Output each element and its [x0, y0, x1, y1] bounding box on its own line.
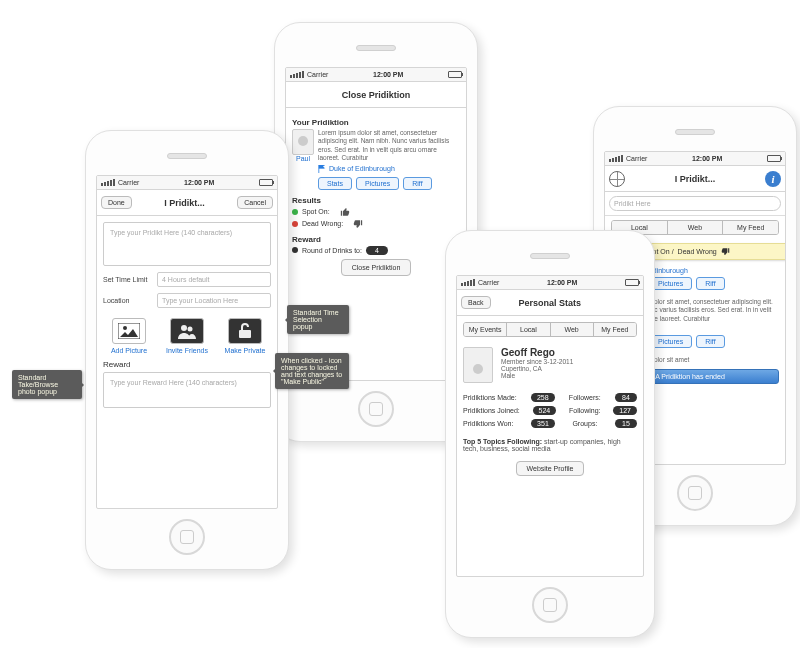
note-wrong-label: Dead Wrong	[678, 248, 717, 255]
clock-label: 12:00 PM	[328, 71, 448, 78]
stat-followers-label: Followers:	[569, 394, 601, 401]
clock-label: 12:00 PM	[499, 279, 625, 286]
status-bar: Carrier 12:00 PM	[97, 176, 277, 190]
add-picture-button[interactable]: Add Picture	[103, 318, 155, 354]
reward-dot-icon	[292, 247, 298, 253]
reward-textarea[interactable]: Type your Reward Here (140 characters)	[103, 372, 271, 408]
home-button[interactable]	[677, 475, 713, 511]
pridiktion-text: Lorem ipsum dolor sit amet, consectetuer…	[318, 129, 460, 163]
profile-location: Cupertino, CA	[501, 365, 573, 372]
invite-friends-label: Invite Friends	[166, 347, 208, 354]
battery-icon	[259, 179, 273, 186]
search-input[interactable]: Pridikt Here	[609, 196, 781, 211]
svg-point-2	[181, 325, 187, 331]
reward-count-badge: 4	[366, 246, 388, 255]
tab-my-feed[interactable]: My Feed	[723, 221, 778, 234]
callout-photo: Standard Take/Browse photo popup	[12, 370, 82, 399]
stat-following-value: 127	[613, 406, 637, 415]
riff-button[interactable]: Riff	[696, 277, 724, 290]
duke-link[interactable]: Duke of Edinburough	[329, 165, 395, 172]
globe-icon[interactable]	[609, 171, 625, 187]
thumbs-down-icon[interactable]	[353, 219, 363, 229]
pictures-button[interactable]: Pictures	[649, 277, 692, 290]
location-label: Location	[103, 297, 153, 304]
pictures-button[interactable]: Pictures	[649, 335, 692, 348]
page-title: I Pridikt...	[132, 198, 237, 208]
page-title: I Pridikt...	[625, 174, 765, 184]
reward-label: Reward	[103, 360, 271, 369]
stat-made-label: Pridiktions Made:	[463, 394, 517, 401]
stat-won-label: Pridiktions Won:	[463, 420, 513, 427]
home-button[interactable]	[358, 391, 394, 427]
tab-my-events[interactable]: My Events	[464, 323, 507, 336]
home-button[interactable]	[532, 587, 568, 623]
profile-name: Geoff Rego	[501, 347, 573, 358]
stat-joined-value: 524	[533, 406, 557, 415]
carrier-label: Carrier	[118, 179, 139, 186]
friends-icon	[170, 318, 204, 344]
section-reward: Reward	[292, 235, 460, 244]
make-private-button[interactable]: Make Private	[219, 318, 271, 354]
stat-followers-value: 84	[615, 393, 637, 402]
carrier-label: Carrier	[307, 71, 328, 78]
svg-point-3	[188, 327, 193, 332]
riff-button[interactable]: Riff	[696, 335, 724, 348]
battery-icon	[625, 279, 639, 286]
status-bar: Carrier 12:00 PM	[286, 68, 466, 82]
battery-icon	[767, 155, 781, 162]
spot-on-label: Spot On:	[302, 208, 330, 215]
time-limit-label: Set Time Limit	[103, 276, 153, 283]
thumbs-down-icon	[721, 247, 730, 256]
carrier-label: Carrier	[478, 279, 499, 286]
thumbs-up-icon[interactable]	[340, 207, 350, 217]
status-bar: Carrier 12:00 PM	[605, 152, 785, 166]
add-picture-label: Add Picture	[111, 347, 147, 354]
picture-icon	[112, 318, 146, 344]
tab-local[interactable]: Local	[507, 323, 550, 336]
page-title: Personal Stats	[491, 298, 609, 308]
stat-following-label: Following:	[569, 407, 601, 414]
user-name-link[interactable]: Paul	[296, 155, 310, 162]
make-private-label: Make Private	[225, 347, 266, 354]
svg-point-1	[123, 326, 127, 330]
website-profile-button[interactable]: Website Profile	[516, 461, 585, 476]
invite-friends-button[interactable]: Invite Friends	[161, 318, 213, 354]
callout-private: When clicked - icon changes to locked an…	[275, 353, 349, 389]
back-button[interactable]: Back	[461, 296, 491, 309]
stats-button[interactable]: Stats	[318, 177, 352, 190]
riff-button[interactable]: Riff	[403, 177, 431, 190]
stats-tabs[interactable]: My Events Local Web My Feed	[463, 322, 637, 337]
carrier-label: Carrier	[626, 155, 647, 162]
tab-web[interactable]: Web	[551, 323, 594, 336]
time-limit-input[interactable]: 4 Hours default	[157, 272, 271, 287]
callout-time: Standard Time Selection popup	[287, 305, 349, 334]
stat-made-value: 258	[531, 393, 555, 402]
stat-won-value: 351	[531, 419, 555, 428]
dead-wrong-dot-icon	[292, 221, 298, 227]
clock-label: 12:00 PM	[139, 179, 259, 186]
spot-on-dot-icon	[292, 209, 298, 215]
dead-wrong-label: Dead Wrong:	[302, 220, 343, 227]
section-results: Results	[292, 196, 460, 205]
pictures-button[interactable]: Pictures	[356, 177, 399, 190]
unlock-icon	[228, 318, 262, 344]
info-icon[interactable]: i	[765, 171, 781, 187]
predict-textarea[interactable]: Type your Pridikt Here (140 characters)	[103, 222, 271, 266]
profile-gender: Male	[501, 372, 573, 379]
close-pridiktion-button[interactable]: Close Pridiktion	[341, 259, 412, 276]
cancel-button[interactable]: Cancel	[237, 196, 273, 209]
location-input[interactable]: Type your Location Here	[157, 293, 271, 308]
stat-groups-label: Groups:	[572, 420, 597, 427]
battery-icon	[448, 71, 462, 78]
page-title: Close Pridiktion	[320, 90, 432, 100]
avatar	[463, 347, 493, 383]
tab-web[interactable]: Web	[668, 221, 724, 234]
reward-round-label: Round of Drinks to:	[302, 247, 362, 254]
flag-icon	[318, 165, 326, 173]
top5-label: Top 5 Topics Following:	[463, 438, 542, 445]
tab-my-feed[interactable]: My Feed	[594, 323, 636, 336]
done-button[interactable]: Done	[101, 196, 132, 209]
home-button[interactable]	[169, 519, 205, 555]
section-your-pridiktion: Your Pridiktion	[292, 118, 460, 127]
clock-label: 12:00 PM	[647, 155, 767, 162]
